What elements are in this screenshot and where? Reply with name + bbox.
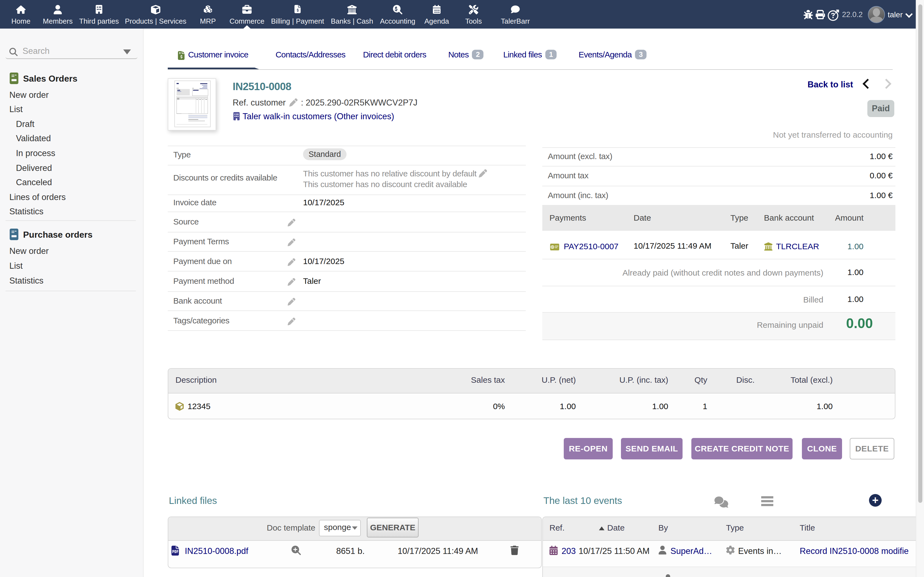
- svg-text:$: $: [552, 246, 553, 248]
